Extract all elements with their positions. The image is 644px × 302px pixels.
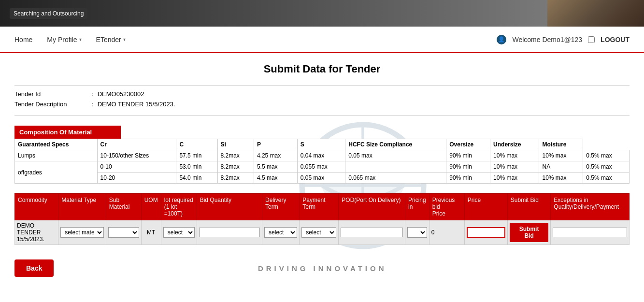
oversize-cell: 10% max	[490, 173, 539, 184]
spec-cell: offgrades	[15, 161, 98, 184]
cr-cell: 57.5 min	[176, 150, 217, 161]
nav-my-profile[interactable]: My Profile ▾	[47, 36, 81, 43]
pricing-select[interactable]	[407, 227, 427, 238]
table-row: DEMO TENDER 15/5/2023. select material	[15, 220, 630, 245]
moisture-cell: 0.5% max	[583, 150, 630, 161]
exceptions-input[interactable]	[553, 228, 627, 237]
bid-table-wrapper: Commodity Material Type Sub Material UOM…	[14, 193, 630, 245]
composition-header-row: Guaranteed Specs Cr C Si P S HCFC Size C…	[15, 139, 630, 150]
price-input[interactable]	[467, 227, 505, 238]
si-cell: 5.5 max	[254, 161, 297, 173]
bid-price-cell	[464, 220, 507, 245]
delivery-select[interactable]: select	[264, 227, 297, 238]
si-cell: 4.5 max	[254, 173, 297, 184]
table-row: Lumps 10-150/other Sizes 57.5 min 8.2max…	[15, 150, 630, 161]
spec-cell: Lumps	[15, 150, 98, 161]
bid-table: Commodity Material Type Sub Material UOM…	[14, 193, 630, 245]
moisture-cell: 0.5% max	[583, 161, 630, 173]
bid-col-material-type: Material Type	[58, 194, 106, 220]
si-cell: 4.25 max	[254, 150, 297, 161]
payment-select[interactable]: select	[301, 227, 336, 238]
tender-id-row: Tender Id : DEMO05230002	[14, 90, 630, 98]
hcfc-cell: 90% min	[446, 161, 490, 173]
bid-commodity-sub: 15/5/2023.	[17, 236, 44, 243]
page-content: Submit Data for Tender Tender Id : DEMO0…	[0, 53, 644, 296]
bid-sub-material-cell	[106, 220, 141, 245]
bid-col-pod: POD(Port On Delivery)	[339, 194, 405, 220]
s-cell: 0.05 max	[345, 150, 446, 161]
col-undersize: Undersize	[490, 139, 539, 150]
pod-input[interactable]	[341, 228, 403, 237]
bid-payment-cell: select	[300, 220, 339, 245]
tender-info: Tender Id : DEMO05230002 Tender Descript…	[14, 85, 630, 116]
bid-col-prev-price: Previous bidPrice	[429, 194, 464, 220]
undersize-cell: NA	[539, 161, 583, 173]
col-oversize: Oversize	[446, 139, 490, 150]
sub-material-select[interactable]	[108, 227, 139, 238]
logout-checkbox[interactable]	[588, 36, 595, 43]
col-c: C	[176, 139, 217, 150]
bid-col-uom: UOM	[141, 194, 161, 220]
page-title: Submit Data for Tender	[14, 63, 630, 75]
p-cell: 0.055 max	[297, 161, 345, 173]
s-cell: 0.065 max	[345, 173, 446, 184]
back-button[interactable]: Back	[14, 259, 54, 277]
bid-commodity-name: DEMO TENDER	[17, 222, 41, 236]
composition-header: Composition Of Material	[14, 126, 121, 139]
p-cell: 0.05 max	[297, 173, 345, 184]
footer-tagline: DRIVING INNOVATION	[54, 264, 591, 273]
bid-lot-cell: select l	[161, 220, 197, 245]
bid-col-pricing: Pricingin	[405, 194, 429, 220]
tender-desc-label: Tender Description	[14, 101, 92, 108]
s-cell	[345, 161, 446, 173]
col-moisture: Moisture	[539, 139, 583, 150]
cr-cell: 53.0 min	[176, 161, 217, 173]
moisture-cell: 0.5% max	[583, 173, 630, 184]
nav-etender[interactable]: ETender ▾	[96, 36, 126, 43]
col-cr: Cr	[97, 139, 176, 150]
bid-col-payment: Payment Term	[300, 194, 339, 220]
banner-text: Searching and Outsourcing	[10, 8, 87, 19]
logout-label[interactable]: LOGOUT	[601, 36, 630, 43]
bid-exceptions-cell	[551, 220, 630, 245]
content-area: Composition Of Material Guaranteed Specs…	[14, 126, 630, 245]
undersize-cell: 10% max	[539, 150, 583, 161]
col-s: S	[297, 139, 345, 150]
table-row: offgrades 0-10 53.0 min 8.2max 5.5 max 0…	[15, 161, 630, 173]
c-cell: 8.2max	[217, 150, 254, 161]
nav-home[interactable]: Home	[14, 36, 32, 43]
banner-image	[547, 0, 644, 27]
top-banner: Searching and Outsourcing	[0, 0, 644, 27]
hcfc-cell: 90% min	[446, 173, 490, 184]
bid-prev-price: 0	[429, 220, 464, 245]
composition-section: Composition Of Material Guaranteed Specs…	[14, 126, 630, 184]
col-p: P	[254, 139, 297, 150]
tender-id-label: Tender Id	[14, 90, 92, 98]
sub-cell: 0-10	[97, 161, 176, 173]
bid-col-sub-material: Sub Material	[106, 194, 141, 220]
sub-cell: 10-20	[97, 173, 176, 184]
tender-desc-colon: :	[92, 101, 94, 108]
submit-bid-button[interactable]: Submit Bid	[510, 223, 548, 242]
user-icon: 👤	[497, 35, 506, 44]
composition-table: Guaranteed Specs Cr C Si P S HCFC Size C…	[14, 139, 630, 184]
bid-submit-cell: Submit Bid	[507, 220, 550, 245]
navbar: Home My Profile ▾ ETender ▾ 👤 Welcome De…	[0, 27, 644, 53]
undersize-cell: 10% max	[539, 173, 583, 184]
bid-uom: MT	[141, 220, 161, 245]
nav-etender-label: ETender	[96, 36, 121, 43]
bid-quantity-input[interactable]	[199, 228, 260, 237]
nav-home-label: Home	[14, 36, 32, 43]
bid-col-delivery: Delivery Term	[262, 194, 300, 220]
material-type-select[interactable]: select material	[60, 227, 103, 238]
bid-col-exceptions: Exceptions inQuality/Delivery/Payment	[551, 194, 630, 220]
lot-select[interactable]: select l	[163, 227, 195, 238]
bid-pricing-cell	[405, 220, 429, 245]
navbar-right: 👤 Welcome Demo1@123 LOGOUT	[497, 35, 630, 44]
sub-cell: 10-150/other Sizes	[97, 150, 176, 161]
tender-id-colon: :	[92, 90, 94, 98]
etender-chevron-icon: ▾	[123, 37, 126, 42]
nav-my-profile-label: My Profile	[47, 36, 77, 43]
c-cell: 8.2max	[217, 161, 254, 173]
bid-quantity-cell	[197, 220, 262, 245]
